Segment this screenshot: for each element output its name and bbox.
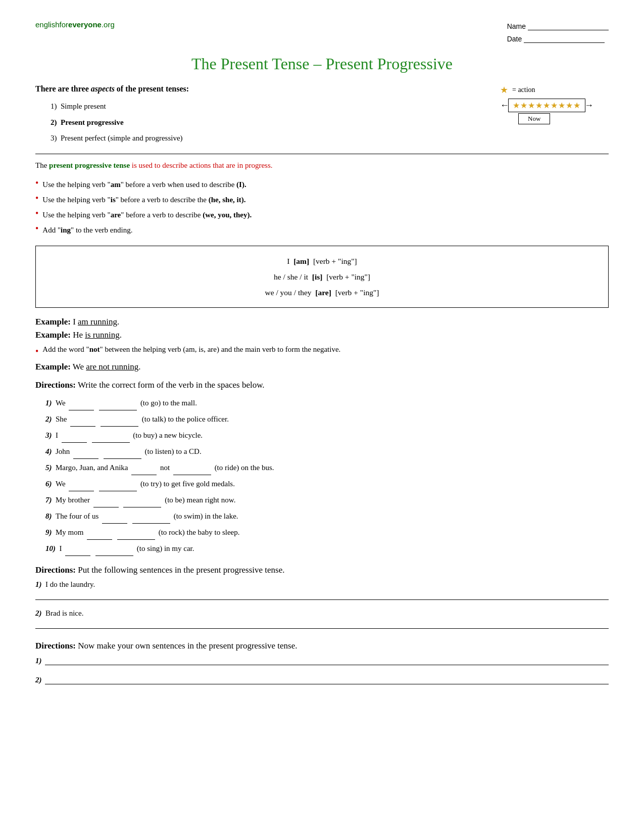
convert-num-1: 1) I do the laundry. [35,580,609,589]
dir2-text: Put the following sentences in the prese… [76,565,285,575]
ex1-item-1: 1) We (to go) to the mall. [45,395,609,410]
action-label-row: ★ = action [500,84,535,96]
aspects-left: There are three aspects of the present t… [35,84,189,147]
ex1-item-7: 7) My brother (to be) mean right now. [45,492,609,507]
bullet-icon-3: • [35,207,38,220]
name-label: Name [507,20,526,33]
exercise-1-list: 1) We (to go) to the mall. 2) She (to ta… [45,395,609,556]
bullet-icon-4: • [35,222,38,235]
own-item-2: 2) [35,675,609,684]
example-2-underline: is running [85,330,119,340]
date-field[interactable] [524,36,605,43]
ex1-item-4: 4) John (to listen) to a CD. [45,444,609,459]
rule-2: • Use the helping verb "is" before a ver… [35,192,609,207]
rule-1: • Use the helping verb "am" before a ver… [35,177,609,192]
blank-5b[interactable] [173,468,211,475]
directions-3: Directions: Now make your own sentences … [35,641,609,651]
header: englishforeveryone.org Name Date [35,20,609,45]
blank-7a[interactable] [93,500,119,507]
name-field[interactable] [528,23,609,30]
aspect-item-2: 2) Present progressive [51,115,189,131]
dir1-text: Write the correct form of the verb in th… [76,380,265,390]
arrow-right-icon: → [584,100,593,111]
rules-list: • Use the helping verb "am" before a ver… [35,177,609,238]
rule-3: • Use the helping verb "are" before a ve… [35,207,609,222]
dir2-label: Directions: [35,565,76,575]
aspects-heading: There are three aspects of the present t… [35,84,189,94]
now-box: Now [518,113,550,124]
neg-rule-text: Add the word "not" between the helping v… [42,345,340,354]
own-line-1[interactable] [45,656,609,665]
blank-8a[interactable] [102,517,127,524]
ex1-item-3: 3) I (to buy) a new bicycle. [45,428,609,443]
blank-2b[interactable] [101,420,138,427]
ex1-item-5: 5) Margo, Juan, and Anika not (to ride) … [45,460,609,475]
example-3: Example: We are not running. [35,362,609,372]
ppt-label: present progressive tense [49,161,130,169]
blank-8b[interactable] [132,517,170,524]
aspect-item-1: 1) Simple present [51,99,189,115]
aspects-list: 1) Simple present 2) Present progressive… [35,99,189,147]
name-line: Name [507,20,609,33]
own-line-2[interactable] [45,675,609,684]
aspect-item-3: 3) Present perfect (simple and progressi… [51,130,189,147]
blank-2a[interactable] [70,420,95,427]
blank-1b[interactable] [99,403,137,410]
section-divider [35,154,609,154]
neg-bullet-icon: • [35,345,38,358]
ex1-item-9: 9) My mom (to rock) the baby to sleep. [45,525,609,540]
rule-4: • Add "ing" to the verb ending. [35,222,609,238]
own-num-2: 2) [35,676,42,684]
bullet-icon-2: • [35,192,38,205]
blank-4b[interactable] [104,452,141,459]
timeline-row: ← ★★★★★★★★★ → [500,99,593,112]
directions-2: Directions: Put the following sentences … [35,565,609,575]
blank-10b[interactable] [95,549,133,556]
date-line: Date [507,33,609,45]
action-text: = action [512,86,535,94]
negative-rule: • Add the word "not" between the helping… [35,345,609,358]
ppt-description: The present progressive tense is used to… [35,161,609,170]
star-single-icon: ★ [500,84,508,96]
example-1-underline: am running [78,317,117,327]
blank-5a[interactable] [131,468,157,475]
ex1-item-10: 10) I (to sing) in my car. [45,541,609,556]
example-3-underline: are not running [86,362,138,372]
blank-4a[interactable] [73,452,98,459]
example-2-label: Example: [35,330,71,340]
blank-3b[interactable] [92,436,130,443]
blank-9a[interactable] [87,533,112,540]
formula-box: I [am] [verb + "ing"] he / she / it [is]… [35,246,609,308]
formula-line-3: we / you / they [are] [verb + "ing"] [51,285,593,300]
example-1: Example: I am running. [35,317,609,327]
dir3-text: Now make your own sentences in the prese… [76,641,298,651]
rule-2-text: Use the helping verb "is" before a verb … [42,192,245,207]
rule-4-text: Add "ing" to the verb ending. [42,222,132,238]
heading-bold-start: There are three aspects of the present t… [35,84,189,93]
diagram: ★ = action ← ★★★★★★★★★ → Now [500,84,593,124]
example-1-label: Example: [35,317,71,327]
convert-num-2: 2) Brad is nice. [35,609,609,618]
answer-line-1[interactable] [35,591,609,600]
blank-9b[interactable] [117,533,155,540]
blank-6b[interactable] [99,484,137,491]
rule-3-text: Use the helping verb "are" before a verb… [42,207,252,222]
blank-7b[interactable] [123,500,161,507]
name-date-block: Name Date [507,20,609,45]
ex1-item-8: 8) The four of us (to swim) in the lake. [45,508,609,524]
own-item-1: 1) [35,656,609,665]
now-label: Now [528,115,540,122]
ppt-text: is used to describe actions that are in … [130,161,272,169]
convert-item-1: 1) I do the laundry. [35,580,609,600]
blank-1a[interactable] [69,403,94,410]
answer-line-2[interactable] [35,620,609,629]
page-title: The Present Tense – Present Progressive [35,55,609,73]
ex1-item-2: 2) She (to talk) to the police officer. [45,411,609,427]
blank-6a[interactable] [69,484,94,491]
stars-box: ★★★★★★★★★ [508,99,585,112]
date-label: Date [507,33,522,45]
site-name: englishforeveryone.org [35,20,115,29]
blank-3a[interactable] [62,436,87,443]
blank-10a[interactable] [65,549,90,556]
own-num-1: 1) [35,657,42,665]
